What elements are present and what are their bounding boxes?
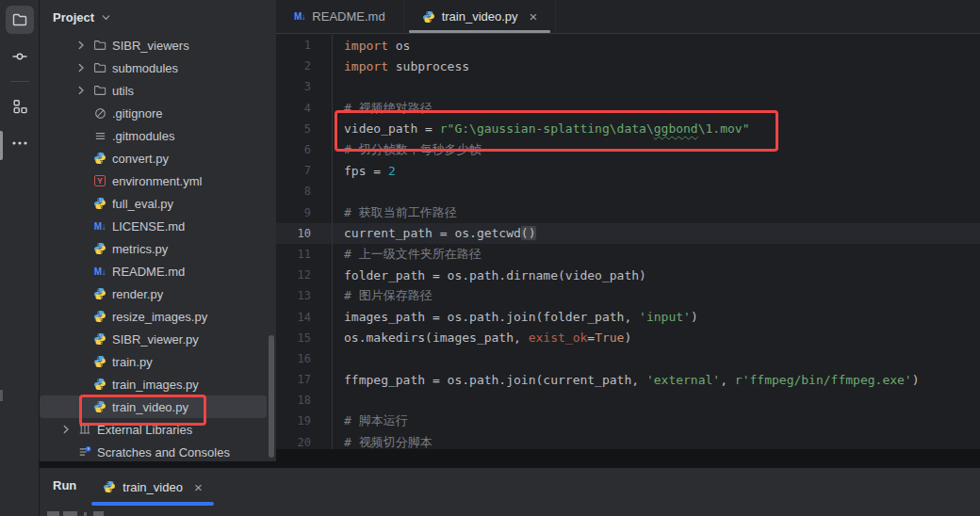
stripe-top-group — [6, 6, 34, 79]
tree-item-license-md[interactable]: M↓LICENSE.md — [40, 215, 276, 237]
code-line-4[interactable]: 4# 视频绝对路径 — [276, 98, 980, 119]
code-line-8[interactable]: 8 — [276, 181, 980, 202]
stripe-button-project[interactable] — [6, 6, 34, 34]
chevron-right-icon[interactable] — [72, 40, 90, 51]
editor-area[interactable]: M↓README.mdtrain_video.py× 1import os2im… — [276, 0, 980, 468]
code-line-11[interactable]: 11# 上一级文件夹所在路径 — [276, 244, 980, 265]
tree-item-metrics-py[interactable]: metrics.py — [40, 237, 276, 260]
python-icon — [422, 10, 435, 24]
line-number[interactable]: 2 — [276, 59, 311, 73]
tree-item-label: train_video.py — [112, 400, 188, 414]
line-number[interactable]: 16 — [276, 352, 311, 365]
line-number[interactable]: 7 — [276, 164, 311, 177]
line-number[interactable]: 18 — [276, 394, 311, 407]
line-number[interactable]: 4 — [276, 102, 311, 115]
code-line-text: images_path = os.path.join(folder_path, … — [311, 310, 698, 324]
tab-train-video-py[interactable]: train_video.py× — [404, 0, 557, 33]
code-line-16[interactable]: 16 — [276, 348, 980, 369]
tree-item-sibr-viewers[interactable]: SIBR_viewers — [40, 34, 276, 56]
tree-item-gitignore[interactable]: .gitignore — [40, 102, 276, 124]
line-number[interactable]: 5 — [276, 122, 311, 136]
tree-item-utils[interactable]: utils — [40, 79, 276, 102]
tab-label: train_video.py — [442, 9, 518, 24]
code-line-19[interactable]: 19# 脚本运行 — [276, 411, 980, 431]
code-line-9[interactable]: 9# 获取当前工作路径 — [276, 202, 980, 223]
code-line-17[interactable]: 17ffmpeg_path = os.path.join(current_pat… — [276, 369, 980, 390]
tree-item-convert-py[interactable]: convert.py — [40, 147, 276, 169]
line-number[interactable]: 3 — [276, 80, 311, 93]
editor-bottom-separator — [276, 449, 980, 468]
line-number[interactable]: 14 — [276, 311, 311, 324]
tree-item-sibr-viewer-py[interactable]: SIBR_viewer.py — [40, 328, 276, 350]
code-line-6[interactable]: 6# 切分帧数，每秒多少帧 — [276, 139, 980, 160]
markdown-icon: M↓ — [90, 221, 109, 232]
line-number[interactable]: 11 — [276, 248, 311, 261]
python-icon — [90, 332, 109, 346]
line-number[interactable]: 13 — [276, 289, 311, 302]
tree-item-label: .gitignore — [112, 106, 162, 121]
code-line-2[interactable]: 2import subprocess — [276, 56, 980, 76]
python-icon — [90, 355, 109, 368]
code-line-14[interactable]: 14images_path = os.path.join(folder_path… — [276, 306, 980, 327]
chevron-right-icon[interactable] — [72, 85, 90, 96]
line-number[interactable]: 1 — [276, 39, 311, 52]
tab-readme-md[interactable]: M↓README.md — [276, 0, 404, 33]
code-line-1[interactable]: 1import os — [276, 35, 980, 56]
code-line-13[interactable]: 13# 图片保存路径 — [276, 285, 980, 306]
code-line-18[interactable]: 18 — [276, 390, 980, 411]
tree-item-full-eval-py[interactable]: full_eval.py — [40, 192, 276, 215]
project-panel-title: Project — [53, 10, 94, 24]
line-number[interactable]: 10 — [276, 227, 311, 240]
line-number[interactable]: 15 — [276, 331, 311, 345]
run-panel-title: Run — [53, 478, 76, 492]
python-icon — [90, 400, 109, 413]
window-edge-marker — [0, 131, 3, 160]
tree-item-submodules[interactable]: submodules — [40, 56, 276, 79]
code-viewport[interactable]: 1import os2import subprocess34# 视频绝对路径5v… — [276, 35, 980, 453]
tree-item-external-libraries[interactable]: External Libraries — [40, 418, 276, 441]
code-line-7[interactable]: 7fps = 2 — [276, 160, 980, 181]
python-icon — [103, 480, 116, 493]
tree-item-readme-md[interactable]: M↓README.md — [40, 260, 276, 282]
code-line-5[interactable]: 5video_path = r"G:\gaussian-splatting\da… — [276, 119, 980, 139]
tree-item-train-images-py[interactable]: train_images.py — [40, 373, 276, 395]
stripe-button-more[interactable] — [6, 129, 34, 157]
folder-icon — [90, 39, 109, 52]
chevron-right-icon[interactable] — [57, 424, 75, 435]
code-line-3[interactable]: 3 — [276, 76, 980, 97]
tree-item-scratches-and-consoles[interactable]: Scratches and Consoles — [40, 441, 276, 461]
python-icon — [90, 197, 109, 210]
line-number[interactable]: 8 — [276, 185, 311, 198]
chevron-right-icon[interactable] — [72, 62, 90, 73]
line-number[interactable]: 19 — [276, 414, 311, 427]
line-number[interactable]: 6 — [276, 143, 311, 156]
stripe-divider — [10, 81, 29, 82]
tree-scrollbar-thumb[interactable] — [269, 335, 274, 458]
tree-item-environment-yml[interactable]: Yenvironment.yml — [40, 169, 276, 192]
run-tab-train_video[interactable]: train_video × — [91, 468, 214, 506]
code-line-text: # 获取当前工作路径 — [311, 204, 457, 221]
tree-item-gitmodules[interactable]: .gitmodules — [40, 124, 276, 147]
tree-item-resize-images-py[interactable]: resize_images.py — [40, 305, 276, 328]
code-line-text: # 上一级文件夹所在路径 — [311, 246, 482, 263]
structure-icon — [11, 98, 28, 115]
line-number[interactable]: 17 — [276, 373, 311, 386]
tree-item-label: full_eval.py — [112, 197, 173, 211]
python-icon — [90, 378, 109, 391]
close-icon[interactable]: × — [194, 480, 203, 494]
lines-icon — [90, 130, 109, 142]
chevron-down-icon[interactable] — [101, 12, 111, 23]
tree-item-render-py[interactable]: render.py — [40, 282, 276, 305]
stripe-button-commit[interactable] — [6, 42, 34, 71]
tree-item-train-py[interactable]: train.py — [40, 350, 276, 373]
project-panel-header[interactable]: Project — [40, 0, 276, 34]
code-line-12[interactable]: 12folder_path = os.path.dirname(video_pa… — [276, 265, 980, 285]
line-number[interactable]: 20 — [276, 436, 311, 449]
close-icon[interactable]: × — [530, 9, 538, 24]
tree-item-train-video-py[interactable]: train_video.py — [40, 395, 267, 418]
line-number[interactable]: 9 — [276, 206, 311, 219]
code-line-15[interactable]: 15os.makedirs(images_path, exist_ok=True… — [276, 328, 980, 348]
line-number[interactable]: 12 — [276, 268, 311, 282]
code-line-10[interactable]: 10current_path = os.getcwd() — [276, 223, 980, 244]
stripe-button-structure[interactable] — [6, 92, 34, 121]
